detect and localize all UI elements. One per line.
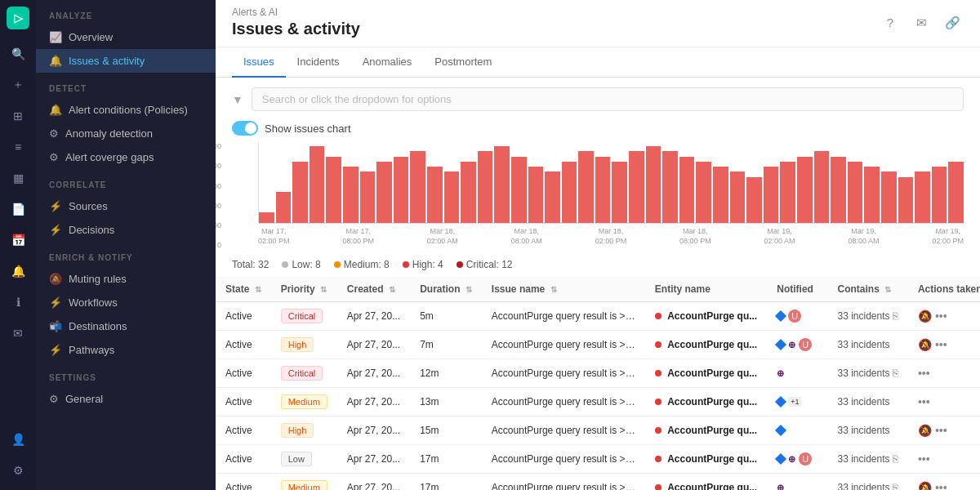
detect-section-label: DETECT <box>36 73 216 98</box>
chart-bar <box>394 157 409 224</box>
search-input[interactable]: Search or click the dropdown for options <box>252 87 964 111</box>
cell-duration: 13m <box>410 388 482 416</box>
col-state[interactable]: State ⇅ <box>216 277 271 302</box>
app-logo[interactable]: ▷ <box>7 7 29 29</box>
chart-bar <box>814 151 830 223</box>
chart-bar <box>831 157 846 224</box>
more-menu-icon[interactable]: ••• <box>935 481 947 490</box>
help-button[interactable]: ? <box>879 11 902 34</box>
cell-created: Apr 27, 20... <box>337 388 410 416</box>
nav-item-overview[interactable]: 📈 Overview <box>36 25 216 49</box>
cell-entity-name: AccountPurge qu... <box>645 445 767 474</box>
chart-bar <box>326 157 341 224</box>
grid-icon[interactable]: ⊞ <box>5 103 31 129</box>
cell-duration: 5m <box>410 302 482 331</box>
tab-issues[interactable]: Issues <box>232 47 286 78</box>
nav-item-alert-conditions[interactable]: 🔔 Alert conditions (Policies) <box>36 98 216 122</box>
table-row[interactable]: Active High Apr 27, 20... 7m AccountPurg… <box>216 331 980 359</box>
nav-item-sources[interactable]: ⚡ Sources <box>36 194 216 218</box>
more-menu-icon[interactable]: ••• <box>918 367 930 380</box>
col-created[interactable]: Created ⇅ <box>337 277 410 302</box>
envelope-icon[interactable]: ✉ <box>5 320 31 346</box>
layers-icon[interactable]: ≡ <box>5 134 31 160</box>
more-menu-icon[interactable]: ••• <box>918 395 930 408</box>
chart-icon[interactable]: ▦ <box>5 165 31 191</box>
critical-dot <box>457 261 463 268</box>
icon-sidebar: ▷ 🔍 ＋ ⊞ ≡ ▦ 📄 📅 🔔 ℹ ✉ 👤 ⚙ <box>0 0 36 490</box>
more-menu-icon[interactable]: ••• <box>918 452 930 466</box>
tab-anomalies[interactable]: Anomalies <box>351 47 424 78</box>
col-duration[interactable]: Duration ⇅ <box>410 277 482 302</box>
cell-state: Active <box>216 359 271 388</box>
chart-bar <box>360 172 376 223</box>
nav-item-alert-coverage[interactable]: ⚙ Alert coverge gaps <box>36 145 216 169</box>
correlate-section-label: CORRELATE <box>36 169 216 194</box>
table-row[interactable]: Active Critical Apr 27, 20... 5m Account… <box>216 302 980 331</box>
anomaly-icon: ⚙ <box>49 127 59 140</box>
table-row[interactable]: Active Medium Apr 27, 20... 17m AccountP… <box>216 474 980 490</box>
settings-icon[interactable]: ⚙ <box>5 457 31 483</box>
col-issue-name[interactable]: Issue name ⇅ <box>482 277 645 302</box>
top-header: Alerts & AI Issues & activity ? ✉ 🔗 <box>216 0 980 47</box>
more-menu-icon[interactable]: ••• <box>935 338 947 351</box>
mail-button[interactable]: ✉ <box>910 11 933 34</box>
cell-entity-name: AccountPurge qu... <box>645 359 767 388</box>
table-header-row: State ⇅ Priority ⇅ Created ⇅ Duration ⇅ … <box>216 277 980 302</box>
mute-icon[interactable]: 🔕 <box>918 424 932 437</box>
more-menu-icon[interactable]: ••• <box>935 310 947 323</box>
copy-icon[interactable]: ⎘ <box>893 453 898 465</box>
copy-icon[interactable]: ⎘ <box>893 482 898 490</box>
critical-stat: Critical: 12 <box>457 259 513 270</box>
nav-item-anomaly-detection[interactable]: ⚙ Anomaly detection <box>36 122 216 145</box>
cell-actions: ••• <box>908 445 980 474</box>
chart-bar <box>494 146 510 223</box>
pathways-icon: ⚡ <box>49 344 62 356</box>
nav-item-muting-rules[interactable]: 🔕 Muting rules <box>36 267 216 291</box>
col-priority[interactable]: Priority ⇅ <box>271 277 337 302</box>
search-icon[interactable]: 🔍 <box>5 41 31 67</box>
more-menu-icon[interactable]: ••• <box>935 424 947 437</box>
nav-item-general[interactable]: ⚙ General <box>36 387 216 411</box>
mute-icon[interactable]: 🔕 <box>918 481 932 490</box>
nav-item-decisions[interactable]: ⚡ Decisions <box>36 218 216 242</box>
nav-item-workflows[interactable]: ⚡ Workflows <box>36 291 216 314</box>
col-entity-name[interactable]: Entity name <box>645 277 767 302</box>
cell-priority: High <box>271 416 337 445</box>
tab-incidents[interactable]: Incidents <box>286 47 351 78</box>
calendar-icon[interactable]: 📅 <box>5 227 31 253</box>
show-chart-toggle[interactable] <box>232 121 258 136</box>
total-stat: Total: 32 <box>232 259 269 270</box>
chart-bar <box>746 177 762 223</box>
nav-item-destinations[interactable]: 📬 Destinations <box>36 314 216 338</box>
nav-item-issues-activity[interactable]: 🔔 Issues & activity <box>36 49 216 73</box>
copy-icon[interactable]: ⎘ <box>893 310 898 322</box>
link-button[interactable]: 🔗 <box>941 11 964 34</box>
cell-state: Active <box>216 416 271 445</box>
mute-icon[interactable]: 🔕 <box>918 310 932 323</box>
alert-icon[interactable]: 🔔 <box>5 258 31 284</box>
chart-bar <box>444 172 460 223</box>
table-row[interactable]: Active High Apr 27, 20... 15m AccountPur… <box>216 416 980 445</box>
stats-row: Total: 32 Low: 8 Medium: 8 High: 4 Criti… <box>216 256 980 277</box>
doc-icon[interactable]: 📄 <box>5 196 31 222</box>
main-content: Alerts & AI Issues & activity ? ✉ 🔗 Issu… <box>216 0 980 490</box>
chart-bar <box>595 157 611 224</box>
cell-notified: U <box>767 302 827 331</box>
col-contains[interactable]: Contains ⇅ <box>827 277 907 302</box>
mute-icon[interactable]: 🔕 <box>918 338 932 351</box>
info-icon[interactable]: ℹ <box>5 289 31 315</box>
table-row[interactable]: Active Medium Apr 27, 20... 13m AccountP… <box>216 388 980 416</box>
add-icon[interactable]: ＋ <box>5 72 31 98</box>
nav-item-pathways[interactable]: ⚡ Pathways <box>36 338 216 362</box>
chart-bar <box>881 172 897 223</box>
issues-table: State ⇅ Priority ⇅ Created ⇅ Duration ⇅ … <box>216 277 980 490</box>
chart-bar <box>864 167 880 223</box>
copy-icon[interactable]: ⎘ <box>893 368 898 379</box>
table-row[interactable]: Active Low Apr 27, 20... 17m AccountPurg… <box>216 445 980 474</box>
tab-postmortem[interactable]: Postmortem <box>423 47 503 78</box>
chart-bar <box>629 151 644 223</box>
table-row[interactable]: Active Critical Apr 27, 20... 12m Accoun… <box>216 359 980 388</box>
chart-bar <box>528 167 544 223</box>
cell-created: Apr 27, 20... <box>337 331 410 359</box>
user-icon[interactable]: 👤 <box>5 426 31 452</box>
